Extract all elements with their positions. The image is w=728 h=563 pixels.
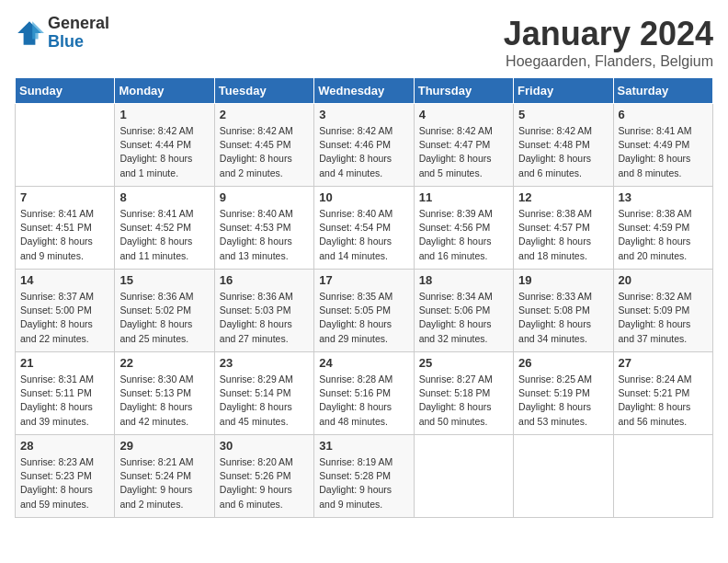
day-info: Sunrise: 8:42 AMSunset: 4:48 PMDaylight:… bbox=[518, 124, 608, 180]
day-info: Sunrise: 8:29 AMSunset: 5:14 PMDaylight:… bbox=[220, 373, 309, 429]
page-header: General Blue January 2024 Hoegaarden, Fl… bbox=[15, 15, 713, 70]
day-info: Sunrise: 8:25 AMSunset: 5:19 PMDaylight:… bbox=[518, 373, 608, 429]
day-info: Sunrise: 8:38 AMSunset: 4:57 PMDaylight:… bbox=[518, 207, 608, 263]
day-info: Sunrise: 8:33 AMSunset: 5:08 PMDaylight:… bbox=[518, 290, 608, 346]
calendar-cell: 28Sunrise: 8:23 AMSunset: 5:23 PMDayligh… bbox=[16, 435, 115, 518]
day-info: Sunrise: 8:41 AMSunset: 4:51 PMDaylight:… bbox=[20, 207, 109, 263]
day-info: Sunrise: 8:28 AMSunset: 5:16 PMDaylight:… bbox=[319, 373, 408, 429]
calendar-cell: 11Sunrise: 8:39 AMSunset: 4:56 PMDayligh… bbox=[414, 187, 513, 270]
day-info: Sunrise: 8:32 AMSunset: 5:09 PMDaylight:… bbox=[619, 290, 708, 346]
calendar-cell: 1Sunrise: 8:42 AMSunset: 4:44 PMDaylight… bbox=[115, 104, 214, 187]
day-header-tuesday: Tuesday bbox=[214, 78, 313, 104]
week-row-5: 28Sunrise: 8:23 AMSunset: 5:23 PMDayligh… bbox=[16, 435, 713, 518]
day-info: Sunrise: 8:20 AMSunset: 5:26 PMDaylight:… bbox=[220, 455, 309, 511]
calendar-table: SundayMondayTuesdayWednesdayThursdayFrid… bbox=[15, 77, 713, 518]
day-info: Sunrise: 8:34 AMSunset: 5:06 PMDaylight:… bbox=[419, 290, 508, 346]
day-info: Sunrise: 8:42 AMSunset: 4:44 PMDaylight:… bbox=[119, 124, 209, 180]
calendar-subtitle: Hoegaarden, Flanders, Belgium bbox=[504, 53, 713, 70]
logo: General Blue bbox=[15, 15, 109, 52]
calendar-cell: 31Sunrise: 8:19 AMSunset: 5:28 PMDayligh… bbox=[314, 435, 414, 518]
calendar-cell: 3Sunrise: 8:42 AMSunset: 4:46 PMDaylight… bbox=[314, 104, 414, 187]
day-number: 12 bbox=[518, 190, 608, 204]
calendar-cell: 27Sunrise: 8:24 AMSunset: 5:21 PMDayligh… bbox=[613, 352, 712, 435]
calendar-cell: 21Sunrise: 8:31 AMSunset: 5:11 PMDayligh… bbox=[16, 352, 115, 435]
calendar-cell: 13Sunrise: 8:38 AMSunset: 4:59 PMDayligh… bbox=[613, 187, 712, 270]
calendar-cell bbox=[16, 104, 115, 187]
day-info: Sunrise: 8:38 AMSunset: 4:59 PMDaylight:… bbox=[619, 207, 708, 263]
day-number: 7 bbox=[20, 190, 109, 204]
calendar-cell: 14Sunrise: 8:37 AMSunset: 5:00 PMDayligh… bbox=[16, 270, 115, 352]
week-row-2: 7Sunrise: 8:41 AMSunset: 4:51 PMDaylight… bbox=[16, 187, 713, 270]
day-info: Sunrise: 8:37 AMSunset: 5:00 PMDaylight:… bbox=[20, 290, 109, 346]
calendar-cell bbox=[613, 435, 712, 518]
day-number: 4 bbox=[419, 108, 508, 121]
day-number: 20 bbox=[619, 273, 708, 287]
day-info: Sunrise: 8:35 AMSunset: 5:05 PMDaylight:… bbox=[319, 290, 408, 346]
calendar-cell bbox=[514, 435, 613, 518]
calendar-cell: 4Sunrise: 8:42 AMSunset: 4:47 PMDaylight… bbox=[414, 104, 513, 187]
calendar-cell: 29Sunrise: 8:21 AMSunset: 5:24 PMDayligh… bbox=[115, 435, 214, 518]
day-number: 26 bbox=[518, 356, 608, 370]
day-info: Sunrise: 8:42 AMSunset: 4:46 PMDaylight:… bbox=[319, 124, 408, 180]
calendar-cell: 7Sunrise: 8:41 AMSunset: 4:51 PMDaylight… bbox=[16, 187, 115, 270]
calendar-title: January 2024 bbox=[504, 15, 713, 53]
day-number: 15 bbox=[119, 273, 209, 287]
day-number: 31 bbox=[319, 439, 408, 453]
day-number: 8 bbox=[119, 190, 209, 204]
day-info: Sunrise: 8:36 AMSunset: 5:03 PMDaylight:… bbox=[220, 290, 309, 346]
logo-text: General Blue bbox=[48, 15, 109, 52]
day-number: 22 bbox=[119, 356, 209, 370]
day-number: 11 bbox=[419, 190, 508, 204]
calendar-cell: 2Sunrise: 8:42 AMSunset: 4:45 PMDaylight… bbox=[214, 104, 313, 187]
calendar-cell: 26Sunrise: 8:25 AMSunset: 5:19 PMDayligh… bbox=[514, 352, 613, 435]
day-number: 5 bbox=[518, 108, 608, 121]
calendar-cell: 30Sunrise: 8:20 AMSunset: 5:26 PMDayligh… bbox=[214, 435, 313, 518]
day-info: Sunrise: 8:41 AMSunset: 4:52 PMDaylight:… bbox=[119, 207, 209, 263]
day-header-friday: Friday bbox=[514, 78, 613, 104]
day-info: Sunrise: 8:42 AMSunset: 4:45 PMDaylight:… bbox=[220, 124, 309, 180]
day-number: 13 bbox=[619, 190, 708, 204]
day-number: 21 bbox=[20, 356, 109, 370]
logo-icon bbox=[15, 18, 44, 48]
day-info: Sunrise: 8:40 AMSunset: 4:53 PMDaylight:… bbox=[220, 207, 309, 263]
day-number: 25 bbox=[419, 356, 508, 370]
day-info: Sunrise: 8:42 AMSunset: 4:47 PMDaylight:… bbox=[419, 124, 508, 180]
day-header-saturday: Saturday bbox=[613, 78, 712, 104]
day-info: Sunrise: 8:23 AMSunset: 5:23 PMDaylight:… bbox=[20, 455, 109, 511]
day-header-thursday: Thursday bbox=[414, 78, 513, 104]
calendar-cell: 23Sunrise: 8:29 AMSunset: 5:14 PMDayligh… bbox=[214, 352, 313, 435]
calendar-cell: 18Sunrise: 8:34 AMSunset: 5:06 PMDayligh… bbox=[414, 270, 513, 352]
day-number: 3 bbox=[319, 108, 408, 121]
week-row-1: 1Sunrise: 8:42 AMSunset: 4:44 PMDaylight… bbox=[16, 104, 713, 187]
day-info: Sunrise: 8:31 AMSunset: 5:11 PMDaylight:… bbox=[20, 373, 109, 429]
calendar-cell: 5Sunrise: 8:42 AMSunset: 4:48 PMDaylight… bbox=[514, 104, 613, 187]
day-info: Sunrise: 8:21 AMSunset: 5:24 PMDaylight:… bbox=[119, 455, 209, 511]
svg-marker-1 bbox=[32, 21, 44, 39]
calendar-cell: 8Sunrise: 8:41 AMSunset: 4:52 PMDaylight… bbox=[115, 187, 214, 270]
day-number: 23 bbox=[220, 356, 309, 370]
week-row-3: 14Sunrise: 8:37 AMSunset: 5:00 PMDayligh… bbox=[16, 270, 713, 352]
day-number: 10 bbox=[319, 190, 408, 204]
day-number: 19 bbox=[518, 273, 608, 287]
day-number: 2 bbox=[220, 108, 309, 121]
calendar-cell: 24Sunrise: 8:28 AMSunset: 5:16 PMDayligh… bbox=[314, 352, 414, 435]
day-info: Sunrise: 8:40 AMSunset: 4:54 PMDaylight:… bbox=[319, 207, 408, 263]
calendar-cell: 12Sunrise: 8:38 AMSunset: 4:57 PMDayligh… bbox=[514, 187, 613, 270]
day-number: 6 bbox=[619, 108, 708, 121]
day-info: Sunrise: 8:30 AMSunset: 5:13 PMDaylight:… bbox=[119, 373, 209, 429]
day-info: Sunrise: 8:24 AMSunset: 5:21 PMDaylight:… bbox=[619, 373, 708, 429]
day-number: 28 bbox=[20, 439, 109, 453]
day-info: Sunrise: 8:27 AMSunset: 5:18 PMDaylight:… bbox=[419, 373, 508, 429]
day-number: 27 bbox=[619, 356, 708, 370]
day-number: 17 bbox=[319, 273, 408, 287]
day-number: 14 bbox=[20, 273, 109, 287]
week-row-4: 21Sunrise: 8:31 AMSunset: 5:11 PMDayligh… bbox=[16, 352, 713, 435]
day-header-monday: Monday bbox=[115, 78, 214, 104]
calendar-cell: 22Sunrise: 8:30 AMSunset: 5:13 PMDayligh… bbox=[115, 352, 214, 435]
day-number: 24 bbox=[319, 356, 408, 370]
day-info: Sunrise: 8:36 AMSunset: 5:02 PMDaylight:… bbox=[119, 290, 209, 346]
day-number: 30 bbox=[220, 439, 309, 453]
day-number: 1 bbox=[119, 108, 209, 121]
day-number: 18 bbox=[419, 273, 508, 287]
day-number: 9 bbox=[220, 190, 309, 204]
